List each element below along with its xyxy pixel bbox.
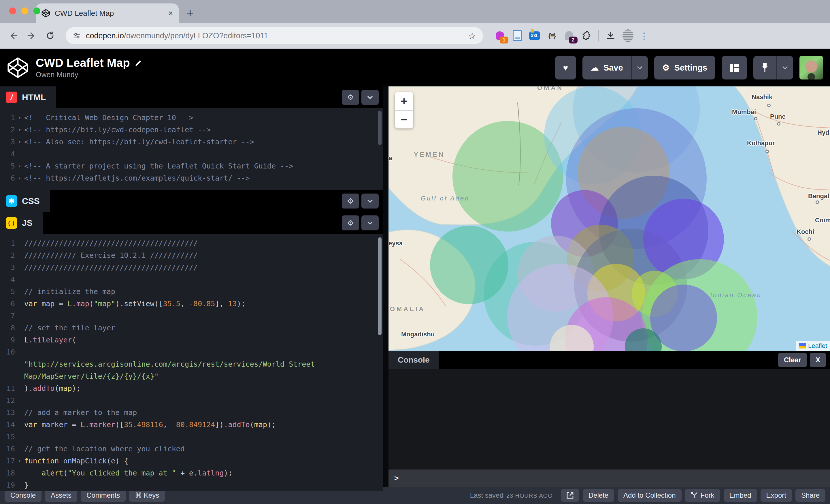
tune-icon[interactable]: [73, 32, 81, 40]
app-window: CWD Leaflet Map × + codepen.io/owenmundy…: [0, 0, 830, 504]
console-tab[interactable]: Console: [388, 351, 439, 369]
embed-button[interactable]: Embed: [724, 489, 757, 502]
js-scrollbar[interactable]: [378, 237, 382, 335]
js-code-editor[interactable]: 1///////////////////////////////////////…: [0, 234, 383, 491]
extensions-puzzle-icon[interactable]: [581, 30, 592, 41]
browser-menu-icon[interactable]: ⋮: [640, 31, 648, 41]
js-collapse-button[interactable]: [361, 215, 379, 230]
js-label: JS: [22, 218, 33, 228]
extension-icon-1[interactable]: 1: [494, 30, 506, 41]
map-label: Mumbai: [732, 108, 756, 116]
code-line: 8// set the tile layer: [0, 322, 383, 334]
leaflet-link[interactable]: Leaflet: [808, 342, 827, 349]
browser-tab[interactable]: CWD Leaflet Map ×: [36, 3, 179, 23]
add-to-collection-button[interactable]: Add to Collection: [617, 489, 681, 502]
map-label: Kolhapur: [747, 139, 775, 147]
heart-icon: ♥: [563, 63, 568, 73]
reload-icon[interactable]: [43, 28, 58, 43]
minimize-window-button[interactable]: [21, 7, 28, 14]
js-settings-gear-icon[interactable]: ⚙: [342, 215, 359, 230]
zoom-in-button[interactable]: +: [395, 92, 413, 110]
console-clear-button[interactable]: Clear: [778, 353, 807, 367]
cloud-icon: ☁: [590, 63, 599, 73]
city-dot: [816, 200, 819, 204]
html-scrollbar[interactable]: [378, 110, 382, 145]
leaflet-map[interactable]: + − Leaflet OMANYEMENSOMALIAaaeysaGulf o…: [388, 87, 830, 351]
tab-close-icon[interactable]: ×: [168, 9, 173, 17]
extension-icon-braces[interactable]: {≡}: [546, 30, 557, 41]
edit-pencil-icon[interactable]: [135, 59, 142, 67]
html-lang-icon: /: [6, 92, 17, 103]
html-settings-gear-icon[interactable]: ⚙: [342, 90, 359, 105]
console-close-button[interactable]: X: [810, 353, 826, 367]
fork-button[interactable]: Fork: [685, 489, 720, 502]
extension-icon-document[interactable]: [512, 30, 523, 41]
ukraine-flag-icon: [799, 343, 806, 348]
css-panel: ✱ CSS ⚙: [0, 190, 383, 212]
downloads-icon[interactable]: [605, 30, 616, 41]
maximize-window-button[interactable]: [33, 7, 40, 14]
css-collapse-button[interactable]: [361, 194, 379, 208]
pin-button[interactable]: [753, 56, 776, 79]
open-external-button[interactable]: [561, 489, 579, 502]
code-line: 14var marker = L.marker([35.498116, -80.…: [0, 419, 383, 431]
layout-icon: [730, 64, 739, 72]
export-button[interactable]: Export: [761, 489, 792, 502]
editor-preview-resizer[interactable]: [383, 87, 388, 487]
save-button-group: ☁Save: [582, 56, 648, 79]
html-collapse-button[interactable]: [361, 90, 379, 105]
city-dot: [777, 122, 780, 126]
like-button[interactable]: ♥: [555, 56, 576, 79]
bookmark-star-icon[interactable]: ☆: [468, 31, 476, 41]
chevron-down-icon: [367, 221, 373, 225]
js-panel-header: ( ) JS ⚙: [0, 212, 383, 234]
extension-badge: 2: [569, 37, 578, 43]
window-controls: [9, 7, 40, 14]
pen-title: CWD Leaflet Map: [36, 57, 130, 69]
zoom-out-button[interactable]: −: [395, 110, 413, 129]
extension-icon-ghost[interactable]: 2: [564, 30, 575, 41]
share-button[interactable]: Share: [795, 489, 825, 502]
code-line: 10: [0, 346, 383, 358]
layout-button[interactable]: [722, 56, 747, 79]
code-line: 6▾<!-- https://leafletjs.com/examples/qu…: [0, 172, 383, 184]
js-lang-icon: ( ): [6, 217, 17, 229]
map-label: YEMEN: [414, 151, 445, 158]
html-tab[interactable]: / HTML: [0, 87, 56, 108]
map-attribution: Leaflet: [796, 341, 830, 351]
code-line: 1▾<!-- Critical Web Design Chapter 10 --…: [0, 112, 383, 124]
settings-button[interactable]: ⚙Settings: [654, 56, 715, 79]
extension-icon-xxl[interactable]: XXL: [529, 30, 540, 41]
url-text[interactable]: codepen.io/owenmundy/pen/dyLLOZO?editors…: [86, 31, 463, 40]
code-line: Map/MapServer/tile/{z}/{y}/{x}": [0, 370, 383, 382]
map-label: eysa: [388, 240, 403, 247]
delete-button[interactable]: Delete: [583, 489, 614, 502]
url-bar[interactable]: codepen.io/owenmundy/pen/dyLLOZO?editors…: [66, 27, 483, 44]
close-window-button[interactable]: [9, 7, 16, 14]
new-tab-button[interactable]: +: [187, 7, 193, 20]
html-code-editor[interactable]: 1▾<!-- Critical Web Design Chapter 10 --…: [0, 108, 383, 190]
map-label: Hyd: [817, 129, 829, 136]
code-line: 19}: [0, 479, 383, 491]
back-icon[interactable]: [6, 28, 21, 43]
saved-time: 23 HOURS AGO: [506, 493, 553, 499]
save-dropdown-button[interactable]: [631, 56, 648, 79]
city-dot: [765, 150, 769, 153]
chevron-down-icon: [367, 96, 373, 99]
code-line: 3///////////////////////////////////////…: [0, 262, 383, 274]
save-button[interactable]: ☁Save: [582, 56, 631, 79]
js-tab[interactable]: ( ) JS: [0, 212, 43, 234]
codepen-logo[interactable]: [7, 56, 29, 79]
code-line: 15: [0, 431, 383, 443]
user-avatar[interactable]: [799, 56, 823, 79]
browser-tab-bar: CWD Leaflet Map × +: [0, 0, 830, 23]
browser-profile-avatar[interactable]: [622, 30, 634, 41]
tab-title: CWD Leaflet Map: [55, 9, 164, 18]
pin-dropdown-button[interactable]: [776, 56, 793, 79]
pen-author[interactable]: Owen Mundy: [36, 71, 142, 79]
forward-icon[interactable]: [24, 28, 39, 43]
css-tab[interactable]: ✱ CSS: [0, 190, 50, 212]
console-input[interactable]: >: [388, 469, 830, 487]
settings-label: Settings: [674, 63, 707, 73]
css-settings-gear-icon[interactable]: ⚙: [342, 194, 359, 208]
